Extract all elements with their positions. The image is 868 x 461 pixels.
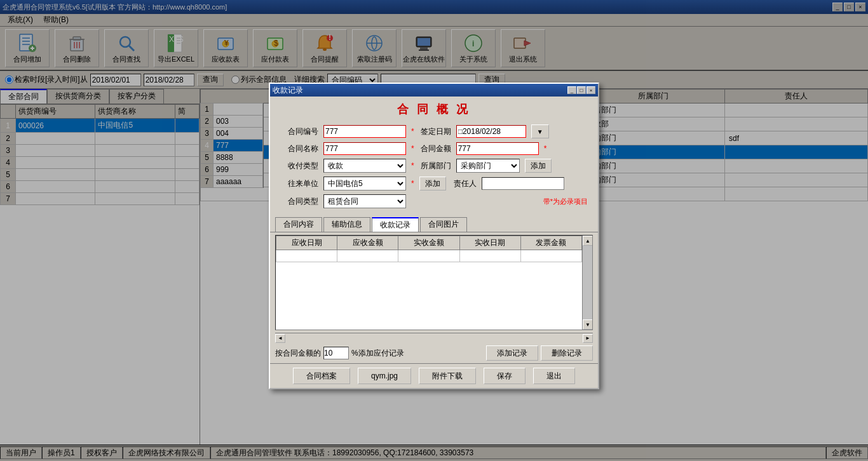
contract-type-row: 合同类型 租赁合同 带*为必录项目: [280, 194, 588, 208]
pay-type-select[interactable]: 收款: [323, 159, 406, 173]
dept-label: 所属部门: [419, 161, 451, 171]
pay-type-row: 收付类型 收款 * 所属部门 采购部门 添加: [280, 159, 588, 173]
modal-minimize-button[interactable]: _: [567, 86, 576, 94]
contract-file-button[interactable]: 合同档案: [293, 368, 350, 384]
download-attachment-button[interactable]: 附件下载: [419, 368, 476, 384]
col-due-amount: 应收金额: [337, 236, 398, 250]
contract-name-input[interactable]: [323, 142, 406, 155]
modal-tabs: 合同内容 辅助信息 收款记录 合同图片: [270, 217, 598, 232]
save-button[interactable]: 保存: [484, 368, 526, 384]
pay-type-label: 收付类型: [280, 161, 318, 171]
tab-aux-info[interactable]: 辅助信息: [323, 217, 370, 232]
modal-title-bar: 收款记录 _ □ ×: [270, 84, 598, 97]
contract-amount-input[interactable]: [456, 142, 539, 155]
contract-no-required: *: [411, 127, 414, 136]
contract-type-label: 合同类型: [280, 196, 318, 207]
required-note: 带*为必录项目: [543, 197, 588, 206]
contract-form: 合同编号 * 签定日期 ▼ 合同名称 * 合同金额 * 收付类型 收款: [270, 122, 598, 215]
counterpart-select[interactable]: 中国电信5: [323, 177, 406, 190]
modal-title-text: 收款记录: [273, 85, 303, 96]
col-due-date: 应收日期: [276, 236, 337, 250]
contract-name-row: 合同名称 * 合同金额 *: [280, 142, 588, 155]
contract-amount-label: 合同金额: [419, 144, 451, 154]
col-invoice-amount: 发票金额: [520, 236, 581, 250]
add-dept-button[interactable]: 添加: [525, 159, 552, 173]
counterpart-row: 往来单位 中国电信5 * 添加 责任人: [280, 177, 588, 190]
tab-contract-content[interactable]: 合同内容: [275, 217, 322, 232]
modal-title-buttons: _ □ ×: [567, 86, 595, 94]
add-record-button[interactable]: 添加记录: [486, 345, 538, 361]
contract-name-required: *: [411, 144, 414, 153]
dept-select[interactable]: 采购部门: [456, 159, 520, 173]
scroll-left-arrow[interactable]: ◄: [275, 334, 285, 343]
scroll-up-arrow[interactable]: ▲: [583, 236, 593, 246]
counterpart-label: 往来单位: [280, 178, 318, 189]
modal-footer: 合同档案 qym.jpg 附件下载 保存 退出: [270, 363, 598, 388]
contract-amount-required: *: [544, 144, 547, 153]
modal-dialog: 收款记录 _ □ × 合 同 概 况 合同编号 * 签定日期 ▼ 合同名称: [269, 83, 599, 389]
scroll-down-arrow[interactable]: ▼: [583, 319, 593, 330]
contract-type-select[interactable]: 租赁合同: [323, 194, 406, 208]
counterpart-required: *: [411, 179, 414, 188]
modal-overlay: 收款记录 _ □ × 合 同 概 况 合同编号 * 签定日期 ▼ 合同名称: [0, 0, 868, 461]
tab-receipt-records[interactable]: 收款记录: [372, 217, 419, 232]
person-input[interactable]: [482, 177, 564, 190]
delete-record-button[interactable]: 删除记录: [541, 345, 593, 361]
add-counterpart-button[interactable]: 添加: [419, 177, 446, 190]
add-record-row: 按合同金额的 %添加应付记录 添加记录 删除记录: [270, 343, 598, 363]
modal-exit-button[interactable]: 退出: [533, 368, 575, 384]
contract-no-input[interactable]: [323, 125, 406, 138]
modal-close-button[interactable]: ×: [587, 86, 595, 94]
records-table: 应收日期 应收金额 实收金额 实收日期 发票金额: [276, 236, 582, 262]
person-label: 责任人: [451, 178, 477, 189]
records-h-scrollbar[interactable]: ◄ ►: [275, 333, 593, 343]
modal-maximize-button[interactable]: □: [577, 86, 586, 94]
sign-date-dropdown-button[interactable]: ▼: [531, 124, 549, 138]
contract-no-label: 合同编号: [280, 126, 318, 137]
col-actual-date: 实收日期: [459, 236, 520, 250]
add-record-label: 按合同金额的: [275, 348, 321, 359]
records-scrollbar[interactable]: ▲ ▼: [582, 236, 592, 330]
attachment-filename-button[interactable]: qym.jpg: [358, 368, 411, 384]
sign-date-input[interactable]: [456, 125, 526, 138]
col-actual-amount: 实收金额: [398, 236, 459, 250]
percent-input[interactable]: [323, 347, 349, 359]
scroll-track[interactable]: [583, 246, 592, 319]
sign-date-label: 签定日期: [419, 126, 451, 137]
contract-no-row: 合同编号 * 签定日期 ▼: [280, 124, 588, 138]
pay-type-required: *: [411, 161, 414, 170]
record-row[interactable]: [276, 250, 582, 262]
scroll-right-arrow[interactable]: ►: [583, 334, 593, 343]
contract-name-label: 合同名称: [280, 144, 318, 154]
add-record-pct-label: %添加应付记录: [351, 348, 404, 359]
modal-heading: 合 同 概 况: [270, 97, 598, 122]
tab-contract-image[interactable]: 合同图片: [420, 217, 467, 232]
records-area: 应收日期 应收金额 实收金额 实收日期 发票金额 ▲ ▼: [275, 235, 593, 330]
